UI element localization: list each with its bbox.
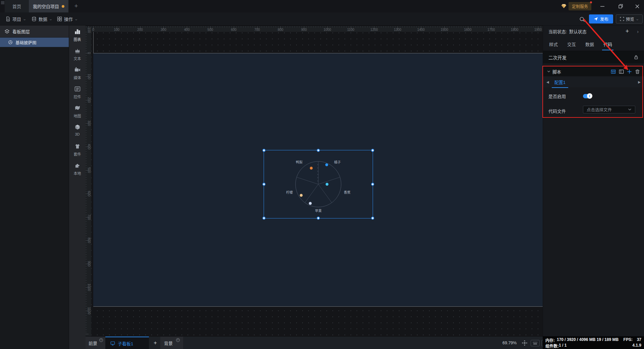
h-ruler-label: 900: [301, 28, 307, 32]
code-file-field-row: 代码文件 点击选择文件: [543, 108, 644, 114]
add-config-icon[interactable]: [627, 69, 632, 74]
fit-view-icon: [522, 340, 528, 346]
workspace[interactable]: 0100200300400500600700800900100011001200…: [86, 26, 543, 336]
tab-current-project[interactable]: 我的空白项目: [29, 0, 68, 12]
new-tab-button[interactable]: +: [72, 2, 80, 10]
fullscreen-icon: [620, 17, 624, 21]
selection-handle[interactable]: [317, 217, 320, 220]
app-logo-icon: [1, 1, 4, 4]
zoom-level[interactable]: 69.79%: [502, 337, 517, 349]
selection-handle[interactable]: [263, 149, 266, 152]
tab-home-label: 首页: [12, 3, 21, 9]
grid-icon: [57, 16, 62, 21]
next-state-button[interactable]: ›: [637, 29, 639, 34]
v-ruler-label: 1000: [87, 284, 91, 291]
trash-icon[interactable]: [635, 69, 640, 74]
layer-item-pizza-chart[interactable]: 基础披萨图: [0, 38, 69, 47]
foreground-segment[interactable]: 前景 +: [86, 337, 105, 349]
preview-button[interactable]: 预览 ⌄: [616, 14, 643, 23]
inspector-tab[interactable]: 数据: [585, 38, 595, 50]
dock-item-local[interactable]: 本地: [69, 159, 86, 179]
selection-handle[interactable]: [371, 217, 374, 220]
chevron-down-icon: [628, 108, 632, 111]
config-tab[interactable]: 配置1: [553, 77, 567, 87]
v-ruler-label: 0: [87, 52, 91, 54]
menu-operations[interactable]: 操作 ⌄: [57, 12, 77, 25]
chevron-down-icon: ⌄: [23, 17, 26, 20]
shortcut-keys-button[interactable]: [531, 340, 540, 346]
v-ruler-label: 400: [87, 144, 91, 150]
publish-button[interactable]: 发布: [589, 14, 613, 23]
h-ruler-label: 1200: [370, 28, 378, 32]
bottom-bar: 前景 + 子看板1 + 背景 + 69.79%: [86, 336, 543, 349]
restore-button[interactable]: [613, 0, 628, 12]
app-window: 首页 我的空白项目 + 定制服务: [0, 0, 644, 349]
add-background-icon[interactable]: +: [176, 338, 180, 342]
minimize-button[interactable]: [595, 0, 610, 12]
add-foreground-icon[interactable]: +: [99, 338, 103, 342]
tab-home[interactable]: 首页: [5, 0, 29, 12]
restore-icon: [619, 4, 623, 8]
subboard-tab[interactable]: 子看板1: [105, 337, 149, 349]
search-button[interactable]: [578, 15, 586, 23]
script-section-header[interactable]: 脚本: [543, 67, 644, 76]
add-subboard-button[interactable]: +: [150, 337, 160, 349]
version-value: 4.1.9: [632, 343, 641, 349]
add-state-button[interactable]: +: [626, 28, 629, 35]
dock-item-label: 套件: [74, 151, 81, 157]
dock-item-label: 3D: [75, 132, 79, 136]
dock-item-widget[interactable]: 控件: [69, 83, 86, 102]
v-ruler-label: 700: [87, 214, 91, 220]
inspector-tab[interactable]: 交互: [567, 38, 577, 50]
dock-item-chart[interactable]: 图表: [69, 26, 86, 45]
selection-handle[interactable]: [371, 183, 374, 186]
menu-data[interactable]: 数据 ⌄: [32, 12, 52, 25]
selection-handle[interactable]: [263, 183, 266, 186]
h-ruler-label: 100: [114, 28, 119, 32]
secondary-dev-section[interactable]: 二次开发: [543, 51, 644, 63]
enable-toggle[interactable]: [583, 94, 591, 98]
split-panel-icon[interactable]: [619, 69, 624, 74]
h-ruler-label: 1900: [534, 28, 542, 32]
dock-item-label: 图表: [74, 37, 81, 42]
v-ruler-label: 900: [87, 261, 91, 267]
inspector-tab[interactable]: 样式: [548, 38, 558, 50]
add-subboard-label: +: [154, 340, 157, 346]
selection-handle[interactable]: [371, 149, 374, 152]
menu-project[interactable]: 项目 ⌄: [5, 12, 26, 25]
h-ruler-label: 800: [278, 28, 283, 32]
h-ruler-label: 1700: [487, 28, 495, 32]
background-segment[interactable]: 背景 +: [160, 337, 183, 349]
fit-view-button[interactable]: [522, 340, 528, 347]
dock-item-text[interactable]: 文本: [69, 45, 86, 64]
dock-item-map[interactable]: 地图: [69, 102, 86, 121]
next-config-arrow-icon[interactable]: ▶: [638, 80, 641, 84]
widget-icon: [74, 86, 81, 93]
selection-box[interactable]: [264, 150, 373, 218]
inspector-tab[interactable]: 代码: [603, 38, 613, 50]
h-ruler-label: 600: [231, 28, 236, 32]
fps-label: FPS:: [624, 337, 633, 342]
custom-service[interactable]: 定制服务: [561, 1, 591, 11]
state-label: 当前状态:: [548, 28, 567, 35]
origin-guide-line: [93, 32, 94, 53]
config-tab-strip: ◀ 配置1 ▶: [543, 77, 644, 87]
code-file-select[interactable]: 点击选择文件: [583, 106, 635, 113]
selection-handle[interactable]: [317, 149, 320, 152]
fps-value: 37: [637, 337, 641, 342]
selection-handle[interactable]: [263, 217, 266, 220]
media-icon: [74, 66, 81, 74]
dock-item-media[interactable]: 媒体: [69, 64, 86, 83]
inspector-tabs: 样式交互数据代码: [543, 37, 644, 51]
prev-config-arrow-icon[interactable]: ◀: [546, 80, 549, 84]
dock-item-kit[interactable]: 套件: [69, 140, 86, 159]
gem-icon: [561, 3, 567, 9]
board-icon: [110, 341, 115, 346]
menu-project-label: 项目: [12, 16, 21, 22]
service-badge[interactable]: 定制服务: [569, 2, 591, 10]
table-icon[interactable]: [611, 69, 616, 74]
subboard-tab-label: 子看板1: [118, 340, 133, 347]
local-icon: [74, 162, 81, 169]
dock-item-threed[interactable]: 3D: [69, 121, 86, 140]
close-button[interactable]: [630, 0, 644, 12]
